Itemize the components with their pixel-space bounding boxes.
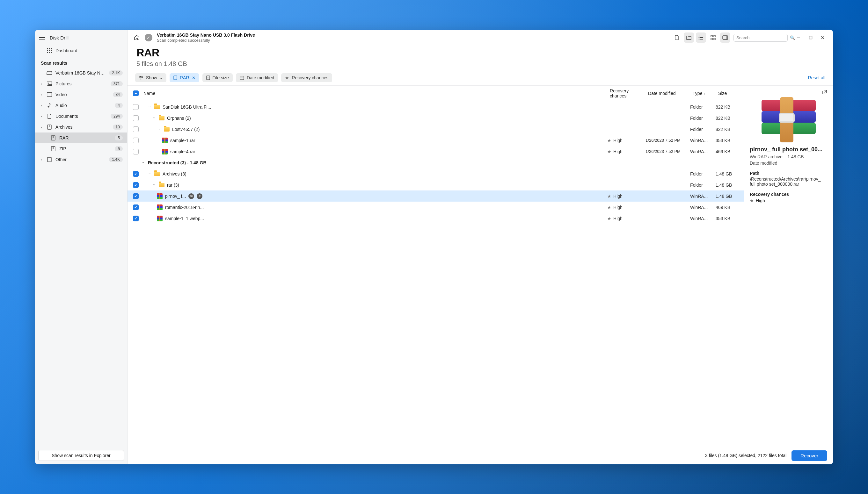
view-list-button[interactable] bbox=[696, 33, 706, 43]
table-group-row[interactable]: ›Reconstructed (3) - 1.48 GB bbox=[128, 157, 744, 168]
sidebar: Disk Drill › Dashboard Scan results › Ve… bbox=[35, 30, 128, 464]
nav-documents[interactable]: › Documents 294 bbox=[35, 111, 127, 122]
nav-dashboard[interactable]: › Dashboard bbox=[35, 45, 127, 56]
col-name[interactable]: Name bbox=[141, 91, 607, 96]
row-type: Folder bbox=[690, 183, 716, 188]
rar-file-icon bbox=[157, 216, 163, 221]
table-row[interactable]: pirnov_ f...👁#★HighWinRA...1.48 GB bbox=[128, 190, 744, 202]
chevron-down-icon[interactable]: › bbox=[39, 125, 43, 129]
view-grid-button[interactable] bbox=[708, 33, 718, 43]
nav-other[interactable]: › Other 1.4K bbox=[35, 154, 127, 165]
table-row[interactable]: sample-1_1.webp...★HighWinRA...353 KB bbox=[128, 213, 744, 224]
hex-icon[interactable]: # bbox=[197, 193, 202, 199]
maximize-button[interactable] bbox=[805, 33, 816, 43]
table-row[interactable]: ›Lost74657 (2)Folder822 KB bbox=[128, 124, 744, 135]
table-row[interactable]: ›rar (3)Folder1.48 GB bbox=[128, 179, 744, 190]
view-folder-button[interactable] bbox=[684, 33, 694, 43]
table-row[interactable]: ›Orphans (2)Folder822 KB bbox=[128, 112, 744, 124]
nav-pictures[interactable]: › Pictures 371 bbox=[35, 78, 127, 89]
row-checkbox[interactable] bbox=[133, 115, 138, 121]
nav-video[interactable]: › Video 84 bbox=[35, 89, 127, 100]
row-size: 469 KB bbox=[716, 149, 740, 154]
chip-rar[interactable]: RAR ✕ bbox=[170, 73, 199, 82]
row-checkbox[interactable] bbox=[133, 138, 138, 143]
nav-drive-item[interactable]: › Verbatim 16GB Stay Na... 2.1K bbox=[35, 68, 127, 78]
chevron-down-icon[interactable]: › bbox=[141, 160, 145, 165]
page-title: RAR bbox=[136, 46, 824, 59]
minimize-button[interactable] bbox=[793, 33, 804, 43]
row-recovery: High bbox=[613, 138, 623, 143]
row-size: 822 KB bbox=[716, 104, 740, 110]
row-name: SanDisk 16GB Ultra Fi... bbox=[163, 104, 211, 110]
row-recovery: High bbox=[613, 216, 623, 221]
row-checkbox[interactable] bbox=[133, 182, 138, 188]
svg-point-15 bbox=[48, 106, 49, 108]
close-button[interactable] bbox=[817, 33, 829, 43]
chevron-right-icon[interactable]: › bbox=[39, 82, 43, 86]
chip-recovery-chances[interactable]: ★ Recovery chances bbox=[281, 73, 332, 82]
chevron-down-icon[interactable]: › bbox=[152, 183, 156, 187]
row-size: 822 KB bbox=[716, 127, 740, 132]
row-type: WinRA... bbox=[690, 194, 716, 199]
row-checkbox[interactable] bbox=[133, 104, 138, 110]
nav-rar[interactable]: RAR 5 bbox=[35, 133, 127, 143]
search-input[interactable] bbox=[736, 35, 790, 40]
col-recovery[interactable]: Recovery chances bbox=[607, 88, 646, 98]
chip-date-modified[interactable]: Date modified bbox=[236, 73, 278, 82]
popout-icon[interactable] bbox=[822, 90, 827, 95]
col-size[interactable]: Size bbox=[716, 91, 740, 96]
svg-rect-6 bbox=[47, 52, 48, 53]
row-name: Lost74657 (2) bbox=[172, 127, 200, 132]
table-row[interactable]: ›SanDisk 16GB Ultra Fi...Folder822 KB bbox=[128, 101, 744, 112]
view-panel-button[interactable] bbox=[720, 33, 730, 43]
show-in-explorer-button[interactable]: Show scan results in Explorer bbox=[38, 450, 124, 461]
svg-point-22 bbox=[699, 37, 700, 38]
chevron-down-icon[interactable]: › bbox=[152, 116, 156, 120]
view-file-button[interactable] bbox=[672, 33, 682, 43]
search-box[interactable]: 🔍 bbox=[734, 34, 788, 42]
chevron-down-icon[interactable]: › bbox=[157, 127, 161, 132]
row-checkbox[interactable] bbox=[133, 171, 138, 177]
table-body[interactable]: ›SanDisk 16GB Ultra Fi...Folder822 KB›Or… bbox=[128, 101, 744, 446]
chevron-right-icon[interactable]: › bbox=[39, 103, 43, 108]
recover-button[interactable]: Recover bbox=[792, 450, 827, 461]
chevron-right-icon[interactable]: › bbox=[39, 114, 43, 118]
chevron-down-icon[interactable]: › bbox=[147, 172, 151, 176]
row-type: Folder bbox=[690, 116, 716, 121]
nav-archives[interactable]: › Archives 10 bbox=[35, 122, 127, 133]
chip-show[interactable]: Show ⌄ bbox=[135, 73, 166, 82]
chevron-down-icon[interactable]: › bbox=[147, 105, 151, 109]
col-type[interactable]: Type↑ bbox=[690, 91, 716, 96]
svg-rect-32 bbox=[797, 38, 800, 38]
home-button[interactable] bbox=[132, 33, 142, 42]
filesize-icon bbox=[206, 75, 210, 80]
col-date[interactable]: Date modified bbox=[646, 91, 690, 96]
archive-icon bbox=[173, 75, 177, 80]
table-row[interactable]: sample-4.rar★High1/26/2023 7:52 PMWinRA.… bbox=[128, 146, 744, 157]
star-icon: ★ bbox=[607, 138, 611, 143]
row-checkbox[interactable] bbox=[133, 127, 138, 132]
zip-icon bbox=[50, 146, 56, 152]
reset-all-link[interactable]: Reset all bbox=[808, 75, 825, 80]
row-checkbox[interactable] bbox=[133, 193, 138, 199]
table-row[interactable]: sample-1.rar★High1/26/2023 7:52 PMWinRA.… bbox=[128, 135, 744, 146]
row-checkbox[interactable] bbox=[133, 205, 138, 210]
svg-rect-7 bbox=[49, 52, 50, 53]
nav-audio[interactable]: › Audio 4 bbox=[35, 100, 127, 111]
page-header: RAR 5 files on 1.48 GB bbox=[128, 44, 833, 71]
menu-icon[interactable] bbox=[39, 34, 45, 41]
nav-zip[interactable]: ZIP 5 bbox=[35, 143, 127, 154]
svg-rect-23 bbox=[700, 37, 703, 38]
rar-file-icon bbox=[157, 193, 163, 199]
row-checkbox[interactable] bbox=[133, 216, 138, 221]
table-row[interactable]: ›Archives (3)Folder1.48 GB bbox=[128, 168, 744, 179]
table-row[interactable]: romantic-2018-rin...★HighWinRA...469 KB bbox=[128, 202, 744, 213]
preview-icon[interactable]: 👁 bbox=[188, 193, 194, 199]
select-all-checkbox[interactable] bbox=[133, 91, 138, 96]
row-name: sample-1_1.webp... bbox=[165, 216, 204, 221]
clear-rar-filter-icon[interactable]: ✕ bbox=[192, 75, 196, 80]
chip-file-size[interactable]: File size bbox=[202, 73, 233, 82]
row-checkbox[interactable] bbox=[133, 149, 138, 154]
chevron-right-icon[interactable]: › bbox=[39, 93, 43, 97]
chevron-right-icon[interactable]: › bbox=[39, 158, 43, 162]
